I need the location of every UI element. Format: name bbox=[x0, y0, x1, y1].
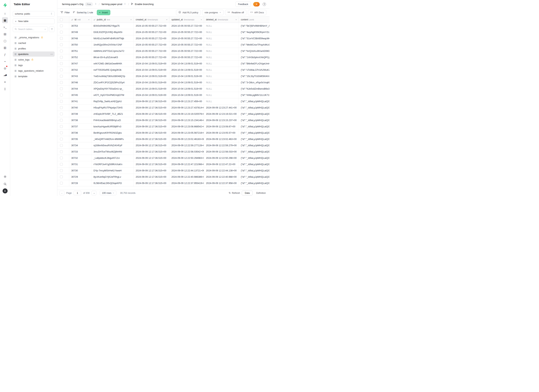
cell-id[interactable]: 30736 bbox=[69, 130, 91, 136]
cell-created_at[interactable]: 2024-10-05 00:55:27.722+00 bbox=[134, 23, 169, 29]
cell-content[interactable]: {"id":"NJe5s8ZmBwnoB6e3 bbox=[239, 86, 270, 92]
column-header-public_id[interactable]: public_idtext bbox=[91, 17, 134, 23]
cell-content[interactable]: {"id":"3-O8cn_xPgs0cVxqKB bbox=[239, 79, 270, 86]
cell-public_id[interactable]: _La6pddxcKJIbgufATJ1n bbox=[91, 155, 134, 161]
cell-created_at[interactable]: 2024-09-09 12:17:36.515+00 bbox=[134, 136, 169, 142]
cell-created_at[interactable]: 2024-10-04 13:09:01.519+00 bbox=[134, 67, 169, 73]
tab-definition[interactable]: Definition bbox=[255, 191, 267, 196]
cell-id[interactable]: 30735 bbox=[69, 136, 91, 142]
cell-id[interactable]: 30743 bbox=[69, 73, 91, 79]
next-page-button[interactable]: → bbox=[91, 191, 96, 195]
cell-deleted_at[interactable]: NULL bbox=[204, 35, 239, 42]
cell-updated_at[interactable]: 2024-09-09 12:23:27.459+00 bbox=[169, 98, 204, 104]
cell-content[interactable]: {"id":"_Id9aLyJpMHQLaiQG bbox=[239, 174, 270, 180]
cell-updated_at[interactable]: 2024-10-04 13:09:01.519+00 bbox=[169, 86, 204, 92]
cell-deleted_at[interactable]: 2024-09-09 12:23:27.441+00 bbox=[204, 105, 239, 111]
cell-created_at[interactable]: 2024-09-09 12:17:36.515+00 bbox=[134, 167, 169, 174]
cell-created_at[interactable]: 2024-09-09 12:17:36.515+00 bbox=[134, 130, 169, 136]
cell-public_id[interactable]: 1hnRQjxSRm2V0VticY2NF bbox=[91, 42, 134, 48]
cell-content[interactable]: {"id":"sTsWaLCPsVA2WuK2 bbox=[239, 67, 270, 73]
sidebar-table-tags[interactable]: ▦tags bbox=[13, 62, 55, 68]
row-checkbox[interactable] bbox=[60, 163, 63, 166]
cell-id[interactable]: 30753 bbox=[69, 23, 91, 29]
cell-deleted_at[interactable]: 2024-09-09 12:22:50.298+00 bbox=[204, 155, 239, 161]
sort-tables-button[interactable] bbox=[49, 26, 55, 32]
row-checkbox[interactable] bbox=[60, 119, 63, 122]
column-menu-chevron[interactable] bbox=[166, 19, 168, 20]
cell-public_id[interactable]: 8yUKotr9qGYjK2eFRhgLv bbox=[91, 174, 134, 180]
cell-updated_at[interactable]: 2024-09-09 12:22:47.221066+00 bbox=[169, 161, 204, 167]
cell-public_id[interactable]: DYp-7mcyMSIrHefLYIwwH bbox=[91, 167, 134, 174]
cell-content[interactable]: {"id":"_Id9aLyJpMHQLaiQG bbox=[239, 161, 270, 167]
storage-icon[interactable]: ▥ bbox=[2, 45, 8, 51]
cell-deleted_at[interactable]: NULL bbox=[204, 23, 239, 29]
table-row[interactable]: 30736Be4KignzoK9YRGNI3Zgks2024-09-09 12:… bbox=[57, 130, 270, 136]
search-tables-input[interactable] bbox=[18, 28, 43, 31]
cell-id[interactable]: 30733 bbox=[69, 149, 91, 155]
cell-id[interactable]: 30738 bbox=[69, 117, 91, 123]
row-checkbox[interactable] bbox=[60, 24, 63, 27]
sidebar-table-profiles[interactable]: ▦profiles bbox=[13, 46, 55, 51]
table-row[interactable]: 30751nbMhHL3AP7OcCJymc2wT22024-10-05 00:… bbox=[57, 48, 270, 54]
cell-public_id[interactable]: nj336mN5reuRVNZrKHFpF bbox=[91, 142, 134, 148]
new-table-button[interactable]: + New table bbox=[13, 19, 55, 24]
row-checkbox[interactable] bbox=[60, 68, 63, 71]
cell-public_id[interactable]: H5uqFKpRUTPkjxdysT3HS bbox=[91, 105, 134, 111]
table-row[interactable]: 30741RiqOV6p_5wihLeIAEQyhU2024-09-09 12:… bbox=[57, 98, 270, 105]
cell-created_at[interactable]: 2024-09-09 12:17:36.515+00 bbox=[134, 117, 169, 123]
table-menu-button[interactable]: ⋯ bbox=[50, 53, 53, 55]
prev-page-button[interactable]: ← bbox=[59, 191, 64, 195]
refresh-button[interactable]: ↻ Refresh bbox=[229, 191, 240, 194]
row-checkbox[interactable] bbox=[60, 150, 63, 153]
cell-updated_at[interactable]: 2024-09-09 12:23:27.437814+00 bbox=[169, 105, 204, 111]
cell-id[interactable]: 30744 bbox=[69, 86, 91, 92]
row-checkbox[interactable] bbox=[60, 31, 63, 33]
table-row[interactable]: 30735_l40sQIRTmMZfcm-MWMPs2024-09-09 12:… bbox=[57, 136, 270, 142]
table-row[interactable]: 30740H5uqFKpRUTPkjxdysT3HS2024-09-09 12:… bbox=[57, 105, 270, 111]
table-row[interactable]: 307501hnRQjxSRm2V0VticY2NF2024-10-05 00:… bbox=[57, 42, 270, 48]
table-row[interactable]: 30753lEfA0sRh9hlXf62Y6ga752024-10-05 00:… bbox=[57, 23, 270, 29]
search-icon[interactable] bbox=[2, 181, 8, 187]
database-icon[interactable]: ▤ bbox=[2, 31, 8, 37]
sidebar-table-cached[interactable]: ▦cached bbox=[13, 40, 55, 46]
cell-created_at[interactable]: 2024-09-09 12:17:36.515+00 bbox=[134, 149, 169, 155]
cell-updated_at[interactable]: 2024-09-09 12:23:02.46183+00 bbox=[169, 136, 204, 142]
row-checkbox[interactable] bbox=[60, 131, 63, 134]
cell-id[interactable]: 30745 bbox=[69, 92, 91, 98]
column-header-content[interactable]: contentjsonb bbox=[239, 17, 270, 23]
cell-created_at[interactable]: 2024-10-04 13:09:01.519+00 bbox=[134, 73, 169, 79]
row-checkbox[interactable] bbox=[60, 56, 63, 59]
filter-button[interactable]: Filter bbox=[61, 11, 70, 14]
column-menu-chevron[interactable] bbox=[235, 19, 237, 20]
help-button[interactable]: ? bbox=[262, 2, 267, 6]
cell-updated_at[interactable]: 2024-10-04 13:09:01.519+00 bbox=[169, 73, 204, 79]
row-checkbox[interactable] bbox=[60, 50, 63, 52]
table-row[interactable]: 30731rYbORF2e4YgDt9fKAXaKn2024-09-09 12:… bbox=[57, 161, 270, 167]
cell-deleted_at[interactable]: 2024-09-09 12:22:44.138+00 bbox=[204, 167, 239, 174]
row-checkbox[interactable] bbox=[60, 62, 63, 65]
cell-updated_at[interactable]: 2024-10-05 00:55:27.722+00 bbox=[169, 48, 204, 54]
cell-deleted_at[interactable]: 2024-09-09 12:22:59.279+00 bbox=[204, 142, 239, 148]
realtime-toggle[interactable]: Realtime off bbox=[225, 10, 246, 15]
table-row[interactable]: 307298yUKotr9qGYjK2eFRhgLv2024-09-09 12:… bbox=[57, 174, 270, 180]
cell-id[interactable]: 30739 bbox=[69, 111, 91, 117]
enable-branching-button[interactable]: Enable branching bbox=[131, 3, 154, 6]
cell-content[interactable]: {"id":"_Id9aLyJpMHQLaiQG bbox=[239, 98, 270, 104]
cell-public_id[interactable]: nbMhHL3AP7OcCJymc2wT2 bbox=[91, 48, 134, 54]
row-checkbox[interactable] bbox=[60, 43, 63, 46]
cell-public_id[interactable]: XPQwDIqY6Y75SwDnU-qr_ bbox=[91, 86, 134, 92]
sidebar-table-_prisma_migrations[interactable]: ▦_prisma_migrations bbox=[13, 35, 55, 40]
cell-updated_at[interactable]: 2024-10-05 00:55:27.722+00 bbox=[169, 23, 204, 29]
cell-deleted_at[interactable]: 2024-09-09 12:23:15.237+00 bbox=[204, 117, 239, 123]
sidebar-table-tags_questions_relation[interactable]: ▦tags_questions_relation bbox=[13, 68, 55, 73]
cell-content[interactable]: {"id":"15LSIyT0JGMf3Kl4Vn bbox=[239, 73, 270, 79]
cell-public_id[interactable]: NhXEo1Xw04FnB4RzWTNjb bbox=[91, 35, 134, 42]
cell-deleted_at[interactable]: NULL bbox=[204, 42, 239, 48]
search-tables-box[interactable] bbox=[13, 26, 48, 32]
cell-deleted_at[interactable]: 2024-09-09 12:22:56.033+00 bbox=[204, 149, 239, 155]
table-row[interactable]: 30742nxFT002lSeRE-Qobg3K3k2024-10-04 13:… bbox=[57, 67, 270, 73]
row-checkbox[interactable] bbox=[60, 182, 63, 185]
cell-content[interactable]: {"id":"_Id9aLyJpMHQLaiQG bbox=[239, 111, 270, 117]
row-checkbox[interactable] bbox=[60, 125, 63, 128]
project-selector[interactable]: farming-paper-prod bbox=[102, 3, 126, 5]
